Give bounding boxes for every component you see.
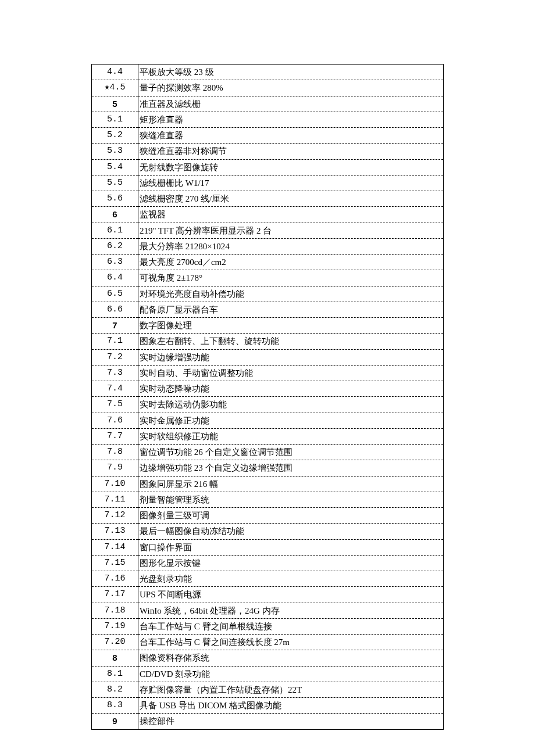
row-description: WinIo 系统，64bit 处理器，24G 内存 [138,603,444,618]
row-number: 8.2 [92,682,138,697]
table-row: 5.6滤线栅密度 270 线/厘米 [92,191,444,207]
table-row: 7数字图像处理 [92,318,444,334]
table-row: 7.18WinIo 系统，64bit 处理器，24G 内存 [92,603,444,618]
table-row: 6.1219" TFT 高分辨率医用显示器 2 台 [92,223,444,238]
row-description: 图像剂量三级可调 [138,508,444,524]
row-description: 配备原厂显示器台车 [138,302,444,317]
table-row: 7.12图像剂量三级可调 [92,508,444,524]
row-description: 数字图像处理 [138,318,444,334]
table-row: 7.17UPS 不间断电源 [92,587,444,603]
spec-table: 4.4平板放大等级 23 级★4.5量子的探测效率 280%5准直器及滤线栅5.… [91,64,444,730]
table-row: 5.3狭缝准直器非对称调节 [92,144,444,159]
row-number: 7.1 [92,334,138,349]
row-description: 实时金属修正功能 [138,413,444,428]
row-description: 滤线栅密度 270 线/厘米 [138,191,444,207]
row-number: 8 [92,650,138,666]
table-row: 6.4可视角度 2±178° [92,270,444,286]
row-description: 监视器 [138,207,444,223]
row-description: 操控部件 [138,714,444,729]
table-row: 6.2最大分辨率 21280×1024 [92,238,444,254]
row-description: 实时软组织修正功能 [138,428,444,444]
row-description: 实时边缘增强功能 [138,349,444,365]
row-description: 边缘增强功能 23 个自定义边缘增强范围 [138,460,444,476]
row-description: 实时去除运动伪影功能 [138,397,444,413]
row-number: 5 [92,96,138,112]
row-description: 图像资料存储系统 [138,650,444,666]
row-number: 6.2 [92,238,138,254]
row-number: 7.5 [92,397,138,413]
row-description: 台车工作站与 C 臂之间连接线长度 27m [138,635,444,650]
row-number: 7.15 [92,555,138,571]
row-description: 光盘刻录功能 [138,571,444,587]
table-row: 7.15图形化显示按键 [92,555,444,571]
row-number: 6 [92,207,138,223]
row-number: 7.18 [92,603,138,618]
row-description: 量子的探测效率 280% [138,80,444,96]
table-row: 8.1CD/DVD 刻录功能 [92,666,444,682]
table-row: 7.8窗位调节功能 26 个自定义窗位调节范围 [92,445,444,460]
row-number: 7.8 [92,445,138,460]
table-row: 7.2实时边缘增强功能 [92,349,444,365]
row-number: 5.3 [92,144,138,159]
row-number: 8.1 [92,666,138,682]
row-number: 7.4 [92,381,138,397]
row-number: 6.6 [92,302,138,317]
table-row: 8.3具备 USB 导出 DICOM 格式图像功能 [92,698,444,714]
row-description: 窗位调节功能 26 个自定义窗位调节范围 [138,445,444,460]
table-row: 6监视器 [92,207,444,223]
row-number: 7.11 [92,492,138,507]
table-row: 7.20台车工作站与 C 臂之间连接线长度 27m [92,635,444,650]
row-number: 7.14 [92,539,138,555]
row-number: 7.9 [92,460,138,476]
table-row: 7.3实时自动、手动窗位调整功能 [92,365,444,381]
row-description: 对环境光亮度自动补偿功能 [138,286,444,302]
table-row: 5.2狭缝准直器 [92,128,444,144]
table-row: 7.7实时软组织修正功能 [92,428,444,444]
row-description: 台车工作站与 C 臂之间单根线连接 [138,618,444,634]
row-description: 平板放大等级 23 级 [138,65,444,80]
row-number: 7.16 [92,571,138,587]
table-row: 7.1图象左右翻转、上下翻转、旋转功能 [92,334,444,349]
row-number: 7.7 [92,428,138,444]
row-description: 图象左右翻转、上下翻转、旋转功能 [138,334,444,349]
row-number: ★4.5 [92,80,138,96]
table-row: 7.11剂量智能管理系统 [92,492,444,507]
row-description: 狭缝准直器非对称调节 [138,144,444,159]
row-number: 7.3 [92,365,138,381]
table-row: 6.6配备原厂显示器台车 [92,302,444,317]
row-description: 图形化显示按键 [138,555,444,571]
table-row: ★4.5量子的探测效率 280% [92,80,444,96]
table-row: 7.4实时动态降噪功能 [92,381,444,397]
row-number: 7.19 [92,618,138,634]
row-number: 7.2 [92,349,138,365]
row-description: 狭缝准直器 [138,128,444,144]
page: 4.4平板放大等级 23 级★4.5量子的探测效率 280%5准直器及滤线栅5.… [0,0,535,756]
row-description: 具备 USB 导出 DICOM 格式图像功能 [138,698,444,714]
table-row: 5.1矩形准直器 [92,112,444,127]
table-row: 6.3最大亮度 2700cd／cm2 [92,255,444,270]
row-number: 5.2 [92,128,138,144]
row-number: 6.4 [92,270,138,286]
row-description: CD/DVD 刻录功能 [138,666,444,682]
row-description: 实时动态降噪功能 [138,381,444,397]
row-number: 7.13 [92,524,138,539]
row-description: 窗口操作界面 [138,539,444,555]
row-number: 4.4 [92,65,138,80]
row-number: 6.5 [92,286,138,302]
row-number: 7.20 [92,635,138,650]
table-row: 8图像资料存储系统 [92,650,444,666]
table-row: 7.14窗口操作界面 [92,539,444,555]
table-row: 7.13最后一幅图像自动冻结功能 [92,524,444,539]
row-description: 最后一幅图像自动冻结功能 [138,524,444,539]
table-row: 7.9边缘增强功能 23 个自定义边缘增强范围 [92,460,444,476]
row-number: 7.6 [92,413,138,428]
row-number: 6.1 [92,223,138,238]
row-number: 6.3 [92,255,138,270]
row-description: 剂量智能管理系统 [138,492,444,507]
table-row: 7.6实时金属修正功能 [92,413,444,428]
row-number: 5.4 [92,159,138,175]
row-description: 实时自动、手动窗位调整功能 [138,365,444,381]
table-row: 7.10图象同屏显示 216 幅 [92,476,444,492]
row-number: 5.5 [92,175,138,191]
table-row: 9操控部件 [92,714,444,729]
